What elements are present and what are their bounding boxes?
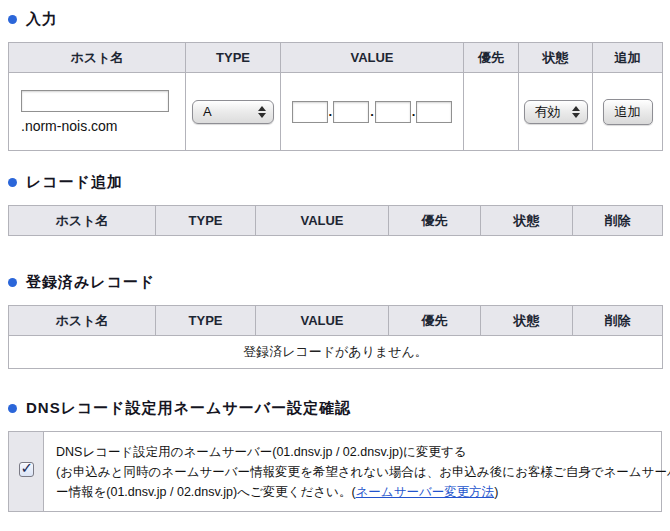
- section-title-text: 入力: [26, 10, 58, 29]
- ns-confirm-line-3-prefix: ー情報を(01.dnsv.jp / 02.dnsv.jp)へご変更ください。(: [56, 485, 356, 499]
- section-bullet-icon: [8, 404, 17, 413]
- input-table: ホスト名 TYPE VALUE 優先 状態 追加 .norm-nois.com …: [8, 42, 663, 151]
- value-cell: ...: [281, 73, 464, 151]
- checkbox-cell: [9, 432, 44, 512]
- add-cell: 追加: [593, 73, 663, 151]
- ip-octet-1-input[interactable]: [292, 101, 328, 123]
- ns-confirm-line-3-suffix: ): [494, 485, 498, 499]
- status-select[interactable]: 有効: [524, 100, 588, 124]
- ip-octet-4-input[interactable]: [416, 101, 452, 123]
- registered-records-table: ホスト名 TYPE VALUE 優先 状態 削除 登録済レコードがありません。: [8, 305, 663, 369]
- ip-octet-2-input[interactable]: [333, 101, 369, 123]
- section-title-text: 登録済みレコード: [26, 273, 155, 292]
- no-records-message: 登録済レコードがありません。: [9, 336, 663, 369]
- section-title-text: レコード追加: [26, 173, 123, 192]
- status-select-value: 有効: [535, 103, 561, 121]
- col-header-type: TYPE: [156, 206, 256, 236]
- registered-header-row: ホスト名 TYPE VALUE 優先 状態 削除: [9, 306, 663, 336]
- input-table-form-row: .norm-nois.com A ... 有効 追加: [9, 73, 663, 151]
- section-heading-input: 入力: [8, 10, 662, 29]
- col-header-priority: 優先: [464, 43, 519, 73]
- section-heading-ns-confirm: DNSレコード設定用ネームサーバー設定確認: [8, 399, 662, 418]
- section-heading-registered: 登録済みレコード: [8, 273, 662, 292]
- col-header-hostname: ホスト名: [9, 306, 156, 336]
- hostname-cell: .norm-nois.com: [9, 73, 186, 151]
- nameserver-change-method-link[interactable]: ネームサーバー変更方法: [356, 485, 495, 499]
- section-bullet-icon: [8, 15, 17, 24]
- status-cell: 有効: [519, 73, 593, 151]
- octet-separator: .: [370, 104, 374, 119]
- type-cell: A: [186, 73, 281, 151]
- record-add-table: ホスト名 TYPE VALUE 優先 状態 削除: [8, 205, 663, 236]
- col-header-priority: 優先: [389, 206, 481, 236]
- octet-separator: .: [412, 104, 416, 119]
- section-title-text: DNSレコード設定用ネームサーバー設定確認: [26, 399, 351, 418]
- ns-confirm-text-cell: DNSレコード設定用のネームサーバー(01.dnsv.jp / 02.dnsv.…: [44, 432, 662, 512]
- ns-confirm-line-1: DNSレコード設定用のネームサーバー(01.dnsv.jp / 02.dnsv.…: [56, 442, 649, 462]
- col-header-status: 状態: [481, 306, 573, 336]
- octet-separator: .: [329, 104, 333, 119]
- input-table-header-row: ホスト名 TYPE VALUE 優先 状態 追加: [9, 43, 663, 73]
- record-add-header-row: ホスト名 TYPE VALUE 優先 状態 削除: [9, 206, 663, 236]
- ip-octet-3-input[interactable]: [375, 101, 411, 123]
- ns-confirm-box: DNSレコード設定用のネームサーバー(01.dnsv.jp / 02.dnsv.…: [8, 431, 662, 512]
- section-bullet-icon: [8, 178, 17, 187]
- col-header-value: VALUE: [281, 43, 464, 73]
- col-header-delete: 削除: [573, 306, 663, 336]
- ns-confirm-line-3: ー情報を(01.dnsv.jp / 02.dnsv.jp)へご変更ください。(ネ…: [56, 482, 649, 502]
- registered-empty-row: 登録済レコードがありません。: [9, 336, 663, 369]
- col-header-hostname: ホスト名: [9, 43, 186, 73]
- col-header-value: VALUE: [256, 306, 389, 336]
- type-select-value: A: [203, 104, 212, 119]
- priority-cell: [464, 73, 519, 151]
- ns-change-checkbox[interactable]: [19, 462, 34, 477]
- section-bullet-icon: [8, 278, 17, 287]
- select-arrows-icon: [572, 106, 580, 118]
- col-header-hostname: ホスト名: [9, 206, 156, 236]
- col-header-add: 追加: [593, 43, 663, 73]
- col-header-status: 状態: [481, 206, 573, 236]
- add-record-button[interactable]: 追加: [603, 99, 653, 125]
- hostname-input[interactable]: [21, 90, 169, 112]
- ns-confirm-row: DNSレコード設定用のネームサーバー(01.dnsv.jp / 02.dnsv.…: [9, 432, 662, 512]
- col-header-type: TYPE: [186, 43, 281, 73]
- col-header-value: VALUE: [256, 206, 389, 236]
- ns-confirm-line-2: (お申込みと同時のネームサーバー情報変更を希望されない場合は、お申込み後にお客様…: [56, 462, 649, 482]
- col-header-delete: 削除: [573, 206, 663, 236]
- col-header-status: 状態: [519, 43, 593, 73]
- hostname-domain-suffix: .norm-nois.com: [21, 118, 185, 134]
- type-select[interactable]: A: [192, 100, 274, 124]
- select-arrows-icon: [258, 106, 266, 118]
- col-header-priority: 優先: [389, 306, 481, 336]
- col-header-type: TYPE: [156, 306, 256, 336]
- section-heading-record-add: レコード追加: [8, 173, 662, 192]
